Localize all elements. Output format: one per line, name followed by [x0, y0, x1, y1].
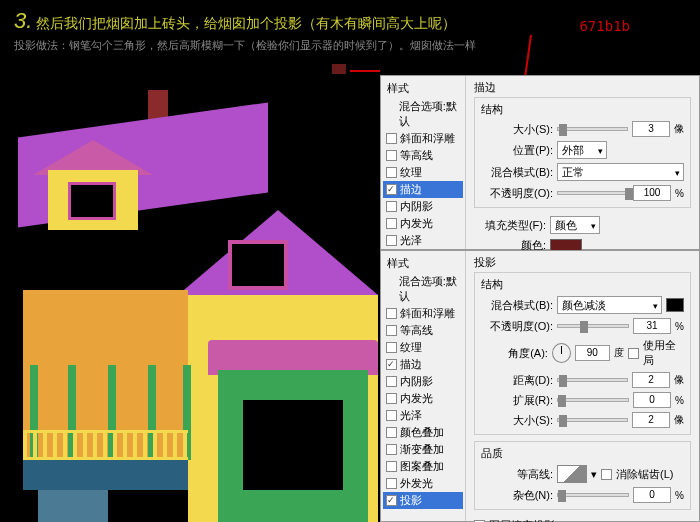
size-input[interactable]: 2 [632, 412, 670, 428]
noise-input[interactable]: 0 [633, 487, 671, 503]
knockout-label: 图层挖空投影 [489, 518, 555, 522]
noise-label: 杂色(N): [481, 488, 553, 503]
style-list-item[interactable]: 渐变叠加 [383, 441, 463, 458]
style-list-item[interactable]: 斜面和浮雕 [383, 305, 463, 322]
style-list-item[interactable]: 光泽 [383, 232, 463, 249]
style-checkbox[interactable] [386, 359, 397, 370]
group-title: 结构 [481, 102, 684, 117]
spread-input[interactable]: 0 [633, 392, 671, 408]
structure-group: 结构 混合模式(B): 颜色减淡 不透明度(O): 31 % 角度(A): 90… [474, 272, 691, 435]
style-checkbox[interactable] [386, 376, 397, 387]
fill-type-dropdown[interactable]: 颜色 [550, 216, 600, 234]
style-list-item[interactable]: 内阴影 [383, 373, 463, 390]
size-slider[interactable] [557, 418, 628, 422]
style-item-label: 光泽 [400, 408, 422, 423]
size-label: 大小(S): [481, 122, 553, 137]
dormer-window [68, 182, 116, 220]
style-checkbox[interactable] [386, 495, 397, 506]
style-checkbox[interactable] [386, 167, 397, 178]
style-checkbox[interactable] [386, 235, 397, 246]
style-checkbox[interactable] [386, 325, 397, 336]
section-title: 投影 [474, 255, 691, 272]
position-dropdown[interactable]: 外部 [557, 141, 607, 159]
blend-dropdown[interactable]: 颜色减淡 [557, 296, 662, 314]
spread-row: 扩展(R): 0 % [481, 390, 684, 410]
distance-unit: 像 [674, 373, 684, 387]
blend-row: 混合模式(B): 颜色减淡 [481, 294, 684, 316]
style-list-item[interactable]: 外发光 [383, 475, 463, 492]
style-item-label: 纹理 [400, 340, 422, 355]
global-light-label: 使用全局 [643, 338, 684, 368]
style-list-item[interactable]: 颜色叠加 [383, 424, 463, 441]
style-list-item[interactable]: 光泽 [383, 407, 463, 424]
style-checkbox[interactable] [386, 218, 397, 229]
angle-input[interactable]: 90 [575, 345, 610, 361]
style-checkbox[interactable] [386, 150, 397, 161]
contour-picker[interactable] [557, 465, 587, 483]
style-item-label: 内发光 [400, 216, 433, 231]
style-checkbox[interactable] [386, 342, 397, 353]
style-list-item[interactable]: 内阴影 [383, 198, 463, 215]
size-unit: 像 [674, 122, 684, 136]
color-hex-label: 671b1b [579, 18, 630, 34]
position-label: 位置(P): [481, 143, 553, 158]
group-title: 品质 [481, 446, 684, 461]
style-checkbox[interactable] [386, 393, 397, 404]
opacity-slider[interactable] [557, 191, 629, 195]
antialias-checkbox[interactable] [601, 469, 612, 480]
style-list-header: 样式 [383, 79, 463, 98]
size-input[interactable]: 3 [632, 121, 670, 137]
style-checkbox[interactable] [386, 308, 397, 319]
style-checkbox[interactable] [386, 184, 397, 195]
global-light-checkbox[interactable] [628, 348, 639, 359]
style-checkbox[interactable] [386, 478, 397, 489]
style-checkbox[interactable] [386, 461, 397, 472]
style-list-item[interactable]: 内发光 [383, 390, 463, 407]
style-list-item[interactable]: 内发光 [383, 215, 463, 232]
style-item-label: 渐变叠加 [400, 442, 444, 457]
distance-input[interactable]: 2 [632, 372, 670, 388]
noise-slider[interactable] [557, 493, 629, 497]
opacity-input[interactable]: 100 [633, 185, 671, 201]
spread-slider[interactable] [557, 398, 629, 402]
antialias-label: 消除锯齿(L) [616, 467, 673, 482]
style-checkbox[interactable] [386, 133, 397, 144]
style-list-item[interactable]: 斜面和浮雕 [383, 130, 463, 147]
style-list-item[interactable]: 描边 [383, 181, 463, 198]
opacity-unit: % [675, 188, 684, 199]
opacity-slider[interactable] [557, 324, 629, 328]
style-checkbox[interactable] [386, 201, 397, 212]
style-item-label: 光泽 [400, 233, 422, 248]
style-item-label: 等高线 [400, 323, 433, 338]
layer-style-stroke-panel: 样式 混合选项:默认斜面和浮雕等高线纹理描边内阴影内发光光泽 描边 结构 大小(… [380, 75, 700, 250]
style-list-item[interactable]: 投影 [383, 492, 463, 509]
style-list-item[interactable]: 描边 [383, 356, 463, 373]
shadow-color-swatch[interactable] [666, 298, 684, 312]
angle-dial[interactable] [552, 343, 571, 363]
style-list-item[interactable]: 等高线 [383, 147, 463, 164]
style-checkbox[interactable] [386, 410, 397, 421]
size-row: 大小(S): 3 像 [481, 119, 684, 139]
knockout-row: 图层挖空投影 [474, 516, 691, 522]
stroke-options: 描边 结构 大小(S): 3 像 位置(P): 外部 混合模式(B): 正常 不… [466, 76, 699, 249]
distance-slider[interactable] [557, 378, 628, 382]
style-list-item[interactable]: 等高线 [383, 322, 463, 339]
style-list-item[interactable]: 纹理 [383, 164, 463, 181]
style-item-label: 描边 [400, 357, 422, 372]
blend-dropdown[interactable]: 正常 [557, 163, 684, 181]
section-title: 描边 [474, 80, 691, 97]
step-number: 3. [14, 8, 32, 33]
bay-window [243, 400, 343, 490]
blend-label: 混合模式(B): [481, 165, 553, 180]
chevron-down-icon[interactable]: ▾ [591, 468, 597, 481]
style-checkbox[interactable] [386, 444, 397, 455]
opacity-row: 不透明度(O): 100 % [481, 183, 684, 203]
size-slider[interactable] [557, 127, 628, 131]
style-list-item[interactable]: 混合选项:默认 [383, 98, 463, 130]
opacity-input[interactable]: 31 [633, 318, 671, 334]
style-list-item[interactable]: 纹理 [383, 339, 463, 356]
shadow-options: 投影 结构 混合模式(B): 颜色减淡 不透明度(O): 31 % 角度(A):… [466, 251, 699, 521]
style-list-item[interactable]: 图案叠加 [383, 458, 463, 475]
style-checkbox[interactable] [386, 427, 397, 438]
style-list-item[interactable]: 混合选项:默认 [383, 273, 463, 305]
